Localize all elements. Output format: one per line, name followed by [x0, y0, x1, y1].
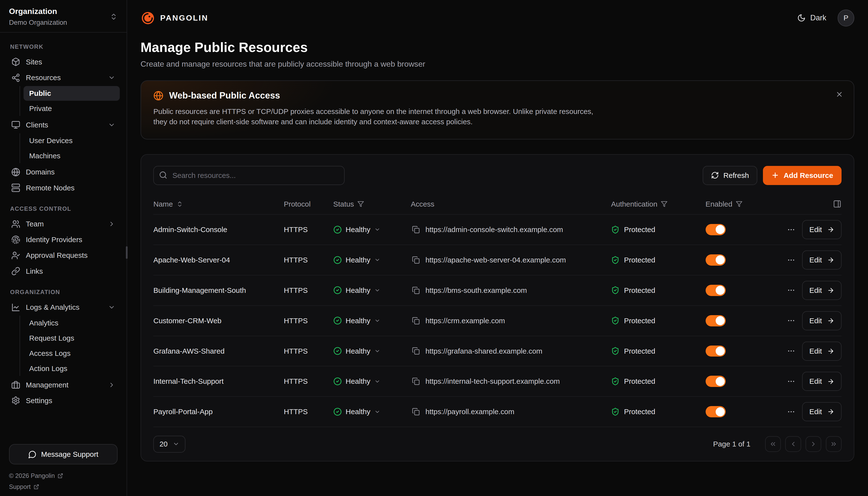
row-menu-icon[interactable]	[786, 405, 797, 418]
chat-icon	[28, 450, 36, 459]
search-input[interactable]	[153, 166, 344, 185]
theme-toggle[interactable]: Dark	[797, 14, 826, 22]
org-switcher[interactable]: Organization Demo Organization	[0, 0, 127, 33]
header-name[interactable]: Name	[153, 200, 284, 208]
message-support-button[interactable]: Message Support	[9, 444, 117, 464]
copyright-link[interactable]: © 2026 Pangolin	[9, 472, 117, 479]
status-dropdown[interactable]: Healthy	[333, 377, 381, 386]
sidebar-item-logs-analytics[interactable]: Logs & Analytics	[7, 299, 120, 315]
copy-icon[interactable]	[411, 376, 421, 386]
copy-icon[interactable]	[411, 316, 421, 326]
status-dropdown[interactable]: Healthy	[333, 256, 381, 264]
row-menu-icon[interactable]	[786, 314, 797, 327]
row-menu-icon[interactable]	[786, 344, 797, 358]
enabled-toggle[interactable]	[706, 376, 726, 387]
filter-icon	[661, 201, 668, 207]
row-menu-icon[interactable]	[786, 284, 797, 297]
sidebar-item-request-logs[interactable]: Request Logs	[23, 331, 120, 345]
close-icon[interactable]	[833, 88, 846, 100]
sidebar-item-remote-nodes[interactable]: Remote Nodes	[7, 180, 120, 196]
copy-icon[interactable]	[411, 407, 421, 417]
add-resource-button[interactable]: Add Resource	[763, 166, 841, 185]
sidebar-item-domains[interactable]: Domains	[7, 164, 120, 180]
access-cell: https://crm.example.com	[411, 316, 611, 326]
sidebar-item-analytics[interactable]: Analytics	[23, 316, 120, 330]
table-row: Admin-Switch-Console HTTPS Healthy https…	[153, 214, 841, 245]
healthy-check-icon	[333, 407, 342, 416]
enabled-toggle[interactable]	[706, 224, 726, 235]
access-cell: https://apache-web-server-04.example.com	[411, 255, 611, 265]
sidebar-item-approval-requests[interactable]: Approval Requests	[7, 248, 120, 263]
copy-icon[interactable]	[411, 224, 421, 234]
status-dropdown[interactable]: Healthy	[333, 226, 381, 234]
enabled-toggle[interactable]	[706, 254, 726, 266]
copy-icon[interactable]	[411, 285, 421, 295]
enabled-toggle[interactable]	[706, 345, 726, 357]
row-menu-icon[interactable]	[786, 375, 797, 388]
edit-button[interactable]: Edit	[802, 250, 841, 269]
sidebar-item-machines[interactable]: Machines	[23, 149, 120, 163]
resource-url: https://payroll.example.com	[425, 407, 514, 416]
status-dropdown[interactable]: Healthy	[333, 286, 381, 294]
resource-protocol-cell: HTTPS	[284, 286, 333, 295]
sidebar-item-user-devices[interactable]: User Devices	[23, 133, 120, 148]
edit-button[interactable]: Edit	[802, 402, 841, 421]
next-page-button[interactable]	[806, 436, 821, 452]
copy-icon[interactable]	[411, 255, 421, 265]
header-authentication[interactable]: Authentication	[611, 200, 706, 208]
section-title-organization: ORGANIZATION	[10, 289, 116, 296]
edit-button[interactable]: Edit	[802, 342, 841, 361]
resource-protocol-cell: HTTPS	[284, 226, 333, 234]
external-link-icon	[34, 484, 39, 490]
edit-button[interactable]: Edit	[802, 220, 841, 239]
sidebar-item-links[interactable]: Links	[7, 263, 120, 279]
resource-url: https://internal-tech-support.example.co…	[425, 377, 560, 386]
edit-button[interactable]: Edit	[802, 372, 841, 391]
sidebar-item-resources[interactable]: Resources	[7, 70, 120, 86]
link-icon	[11, 267, 20, 276]
authentication-cell: Protected	[611, 347, 706, 355]
columns-view-icon[interactable]	[833, 200, 841, 208]
avatar[interactable]: P	[838, 10, 854, 27]
authentication-cell: Protected	[611, 286, 706, 294]
sidebar-item-settings[interactable]: Settings	[7, 393, 120, 408]
edit-button[interactable]: Edit	[802, 281, 841, 300]
chevron-down-icon	[374, 287, 380, 293]
sidebar-item-action-logs[interactable]: Action Logs	[23, 361, 120, 376]
sidebar-resize-handle[interactable]	[126, 246, 128, 259]
support-link[interactable]: Support	[9, 483, 117, 490]
authentication-cell: Protected	[611, 256, 706, 264]
table-row: Grafana-AWS-Shared HTTPS Healthy https:/…	[153, 336, 841, 366]
sidebar-item-management[interactable]: Management	[7, 377, 120, 392]
first-page-button[interactable]	[765, 436, 781, 452]
arrow-right-icon	[827, 378, 834, 385]
table-body: Admin-Switch-Console HTTPS Healthy https…	[153, 214, 841, 427]
header-enabled[interactable]: Enabled	[706, 200, 757, 208]
enabled-toggle[interactable]	[706, 315, 726, 326]
status-dropdown[interactable]: Healthy	[333, 316, 381, 325]
sidebar-item-team[interactable]: Team	[7, 216, 120, 232]
enabled-cell	[706, 224, 757, 235]
enabled-toggle[interactable]	[706, 285, 726, 296]
sidebar-item-public[interactable]: Public	[23, 86, 120, 101]
page-size-select[interactable]: 20	[153, 436, 186, 453]
sidebar-item-clients[interactable]: Clients	[7, 117, 120, 133]
row-menu-icon[interactable]	[786, 253, 797, 266]
enabled-cell	[706, 285, 757, 296]
prev-page-button[interactable]	[785, 436, 801, 452]
chevron-down-icon	[108, 74, 115, 81]
status-dropdown[interactable]: Healthy	[333, 407, 381, 416]
sidebar-item-sites[interactable]: Sites	[7, 54, 120, 70]
copy-icon[interactable]	[411, 346, 421, 356]
refresh-button[interactable]: Refresh	[703, 166, 757, 185]
row-menu-icon[interactable]	[786, 223, 797, 236]
last-page-button[interactable]	[826, 436, 841, 452]
header-status[interactable]: Status	[333, 200, 411, 208]
page-subtitle: Create and manage resources that are pub…	[141, 60, 854, 68]
edit-button[interactable]: Edit	[802, 311, 841, 330]
enabled-toggle[interactable]	[706, 406, 726, 417]
status-dropdown[interactable]: Healthy	[333, 347, 381, 355]
sidebar-item-identity-providers[interactable]: Identity Providers	[7, 232, 120, 248]
sidebar-item-access-logs[interactable]: Access Logs	[23, 346, 120, 361]
sidebar-item-private[interactable]: Private	[23, 101, 120, 116]
